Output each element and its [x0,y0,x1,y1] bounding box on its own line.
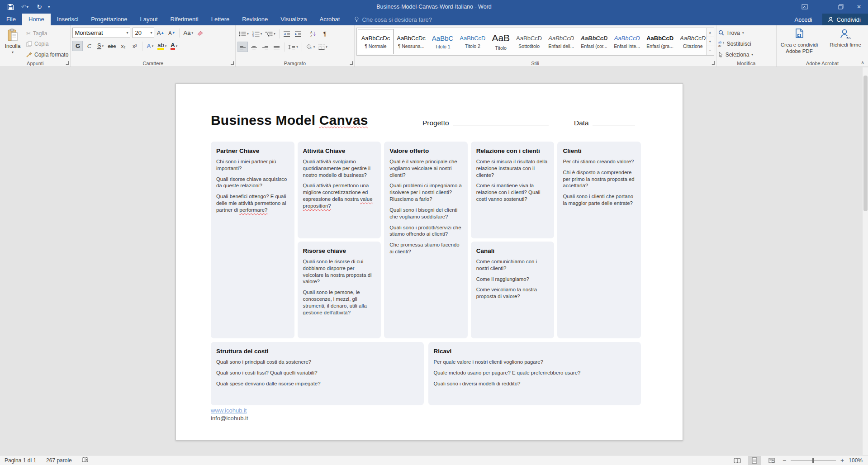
justify-button[interactable] [271,42,282,52]
styles-scroll-up-icon[interactable]: ▲ [707,28,714,37]
close-button[interactable]: ✕ [850,0,868,14]
line-spacing-button[interactable]: ▾ [287,42,299,52]
increase-indent-icon [294,31,302,37]
zoom-out-icon[interactable]: − [783,457,786,464]
text-effects-button[interactable]: A▾ [145,41,155,51]
tab-home[interactable]: Home [22,14,51,25]
styles-more-icon[interactable]: ≡ [707,46,714,55]
style-titolo-1[interactable]: AaBbCTitolo 1 [429,29,457,54]
style-normale[interactable]: AaBbCcDc¶ Normale [358,29,394,54]
svg-text:Z: Z [310,34,312,37]
underline-button[interactable]: S▾ [95,41,105,51]
zoom-level[interactable]: 100% [849,457,863,464]
read-mode-icon[interactable] [731,456,744,465]
canvas-grid: Partner Chiave Chi sono i miei partner p… [211,142,641,338]
change-case-button[interactable]: Aa▾ [182,28,194,38]
bullet-list-button[interactable]: ▾ [237,28,250,39]
style-titolo-2[interactable]: AaBbCcDTitolo 2 [456,29,489,54]
bold-button[interactable]: G [72,41,83,51]
redo-icon[interactable]: ↻ [33,2,45,12]
style-citazione[interactable]: AaBbCcDCitazione [677,29,706,54]
style-enfasi-delicata[interactable]: AaBbCcDEnfasi deli... [545,29,577,54]
word-count[interactable]: 267 parole [46,457,72,464]
style-sottotitolo[interactable]: AaBbCcDSottotitolo [513,29,545,54]
shrink-font-button[interactable]: A▼ [166,28,177,38]
style-enfasi-intensa[interactable]: AaBbCcDEnfasi inte... [611,29,643,54]
tab-file[interactable]: File [0,14,22,25]
superscript-button[interactable]: x² [129,41,140,51]
show-formatting-button[interactable]: ¶ [320,28,330,39]
tab-revisione[interactable]: Revisione [236,14,274,25]
align-center-button[interactable] [249,42,259,52]
style-enfasi-grassetto[interactable]: AaBbCcDEnfasi (gra... [643,29,677,54]
font-size-combo[interactable]: 20▾ [133,28,154,38]
vertical-scrollbar[interactable] [862,67,868,455]
create-pdf-button[interactable]: Crea e condividi Adobe PDF [778,27,820,59]
share-button[interactable]: Condividi [822,14,868,25]
align-left-icon [240,44,246,50]
select-button[interactable]: Seleziona▾ [718,50,774,59]
print-layout-icon[interactable] [748,456,761,465]
clear-formatting-button[interactable] [195,28,206,38]
align-right-button[interactable] [260,42,270,52]
request-signatures-button[interactable]: Richiedi firme [825,27,866,59]
highlight-color-button[interactable]: ab▾ [156,41,168,51]
paragraph-dialog-launcher[interactable] [349,61,353,65]
sort-button[interactable]: AZ [308,28,319,39]
replace-button[interactable]: abac Sostituisci [718,39,774,48]
shading-button[interactable]: ▾ [304,42,317,52]
paste-button[interactable]: Incolla ▾ [2,27,24,59]
proofing-errors-icon[interactable] [82,457,89,464]
zoom-slider[interactable] [791,456,836,465]
borders-button[interactable]: ▾ [317,42,329,52]
document-page[interactable]: Business Model Canvas Progetto Data Part… [175,83,683,441]
tab-riferimenti[interactable]: Riferimenti [164,14,205,25]
grow-font-button[interactable]: A▲ [155,28,166,38]
sign-in-link[interactable]: Accedi [794,16,812,23]
block-clienti: Clienti Per chi stiamo creando valore? C… [557,142,641,338]
web-layout-icon[interactable] [765,456,778,465]
format-painter-button[interactable]: Copia formato [26,50,68,59]
zoom-in-icon[interactable]: + [840,457,844,464]
tab-progettazione[interactable]: Progettazione [85,14,133,25]
tell-me-search[interactable]: Che cosa si desidera fare? [354,14,432,25]
clipboard-dialog-launcher[interactable] [65,61,69,65]
styles-scroll-down-icon[interactable]: ▼ [707,37,714,46]
numbered-list-button[interactable]: 123▾ [251,28,264,39]
canvas-question: Che promessa stiamo facendo ai clienti? [389,242,462,255]
decrease-indent-button[interactable] [282,28,292,39]
font-color-button[interactable]: A▾ [169,41,179,51]
undo-icon[interactable]: ↶▾ [19,2,31,12]
style-titolo[interactable]: AaBTitolo [489,29,513,54]
tab-acrobat[interactable]: Acrobat [313,14,346,25]
save-icon[interactable] [5,2,16,12]
strikethrough-button[interactable]: abc [106,41,117,51]
tab-visualizza[interactable]: Visualizza [274,14,313,25]
tab-layout[interactable]: Layout [134,14,164,25]
tab-lettere[interactable]: Lettere [205,14,236,25]
page-count[interactable]: Pagina 1 di 1 [5,457,36,464]
canvas-question: Come veicoliamo la nostra proposta di va… [476,286,549,300]
canvas-question: Quali sono i diversi modelli di reddito? [434,380,636,387]
style-nessuna-spaziatura[interactable]: AaBbCcDc¶ Nessuna... [394,29,429,54]
find-button[interactable]: Trova▾ [718,28,774,38]
scrollbar-thumb[interactable] [863,76,868,211]
font-family-combo[interactable]: Montserrat▾ [72,28,130,38]
paintbrush-icon [26,52,32,57]
website-link[interactable]: www.icohub.it [211,407,248,414]
ribbon-display-options-icon[interactable] [796,0,814,14]
collapse-ribbon-icon[interactable]: ∧ [861,60,864,66]
tab-inserisci[interactable]: Inserisci [51,14,85,25]
font-dialog-launcher[interactable] [230,61,234,65]
style-enfasi-corsivo[interactable]: AaBbCcDEnfasi (cor... [577,29,611,54]
styles-dialog-launcher[interactable] [711,61,715,65]
customize-qat-icon[interactable]: ▾ [48,5,50,9]
italic-button[interactable]: C [84,41,94,51]
increase-indent-button[interactable] [293,28,304,39]
minimize-button[interactable]: — [814,0,832,14]
align-left-button[interactable] [237,42,248,52]
restore-button[interactable] [832,0,850,14]
zoom-slider-handle[interactable] [812,458,814,463]
multilevel-list-button[interactable]: ▾ [264,28,277,39]
subscript-button[interactable]: x₂ [118,41,128,51]
